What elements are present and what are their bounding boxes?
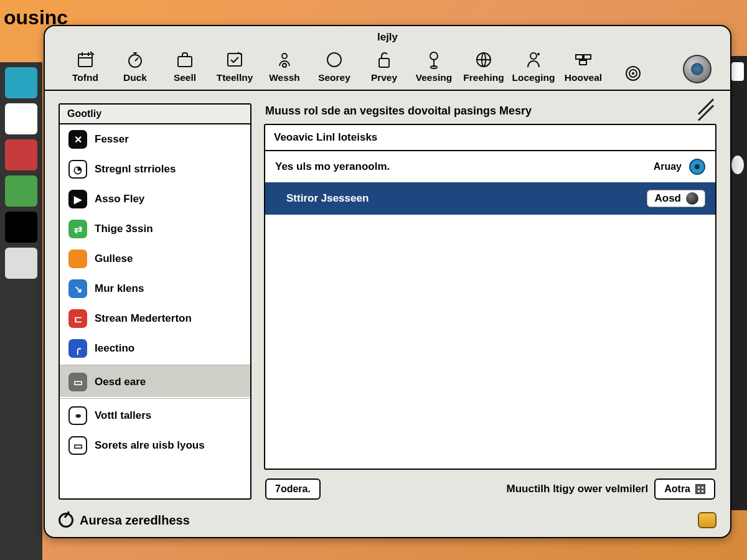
toolbar-circle[interactable]: Seorey [312, 50, 356, 83]
toggle-indicator-icon[interactable] [689, 159, 705, 175]
sidebar-item-label: Asso Fley [95, 193, 144, 205]
sidebar-item-label: Thige 3ssin [95, 223, 153, 235]
sidebar-item-label: Strean Mederterton [95, 312, 192, 325]
toolbar-label: Hooveal [565, 72, 602, 83]
toolbar-calendar[interactable]: Tofnd [63, 50, 107, 83]
toolbar-briefcase[interactable]: Seell [163, 50, 207, 83]
app-icon [68, 250, 87, 268]
app-icon: ⊏ [68, 309, 87, 328]
row-label: Yes uls mo yeranoolm. [275, 161, 646, 173]
svg-rect-7 [379, 58, 389, 67]
globe-icon [474, 50, 494, 70]
toolbar-label: Tteellny [217, 72, 253, 83]
svg-rect-2 [178, 57, 192, 67]
svg-rect-15 [580, 60, 586, 65]
row-pill-button[interactable]: Aosd [647, 190, 706, 207]
sidebar-item-7[interactable]: ╭Ieectino [60, 334, 250, 363]
sidebar-item-6[interactable]: ⊏Strean Mederterton [60, 304, 250, 334]
app-icon: ╭ [68, 339, 87, 358]
toolbar-label: Freehing [463, 72, 504, 83]
sidebar-item-label: Mur klens [95, 282, 144, 295]
main-heading: Muuss rol sde an vegsites dovoital pasin… [264, 103, 716, 124]
svg-point-5 [283, 63, 286, 67]
toolbar-bricks[interactable]: Hooveal [561, 50, 605, 83]
pin-icon [424, 50, 444, 70]
app-icon: ✕ [68, 130, 87, 149]
note-check-icon [225, 50, 245, 70]
svg-point-12 [537, 53, 540, 55]
svg-point-1 [129, 55, 141, 67]
toolbar-label: Veesing [416, 72, 453, 83]
svg-point-11 [530, 53, 537, 59]
sidebar-item-2[interactable]: ▶Asso Fley [60, 184, 250, 214]
window-title: lejly [45, 26, 730, 46]
coin-icon [698, 512, 716, 528]
svg-rect-3 [228, 54, 242, 66]
leaf-icon [59, 513, 73, 528]
sidebar-item-label: Stregnl strrioles [95, 163, 176, 175]
main-panel: Muuss rol sde an vegsites dovoital pasin… [264, 103, 716, 500]
toolbar-note-check[interactable]: Tteellny [213, 50, 256, 83]
sidebar-item-8[interactable]: ▭Oesd eare [60, 365, 250, 397]
toolbar-person-ring[interactable]: Wessh [263, 50, 306, 83]
app-icon: ⇄ [68, 220, 87, 238]
sidebar-header: Gootliy [60, 105, 250, 124]
sidebar: Gootliy ✕Fesser◔Stregnl strrioles▶Asso F… [59, 103, 251, 500]
toolbar-stopwatch[interactable]: Duck [113, 50, 157, 83]
person-dot-icon [524, 50, 543, 70]
sidebar-item-5[interactable]: ↘Mur klens [60, 274, 250, 304]
panel-footer: 7odera. Muuctilh ltigy ower velmilerl Ao… [264, 470, 716, 500]
target-icon [623, 63, 643, 83]
toolbar-label: Seorey [318, 72, 350, 83]
calendar-icon [75, 50, 95, 70]
status-text: Auresa zeredlhess [80, 513, 190, 528]
toolbar-target[interactable] [611, 63, 655, 83]
preferences-window: lejly TofndDuckSeellTteellnyWesshSeoreyP… [44, 25, 731, 538]
sidebar-item-label: Oesd eare [95, 376, 146, 388]
person-ring-icon [275, 50, 294, 70]
background-left-strip [0, 62, 42, 560]
setting-row-0[interactable]: Yes uls mo yeranoolm.Aruay [265, 151, 715, 182]
toolbar-label: Duck [123, 72, 147, 83]
footer-left-button[interactable]: 7odera. [265, 478, 321, 500]
toolbar: TofndDuckSeellTteellnyWesshSeoreyPrveyVe… [45, 46, 730, 91]
settings-panel: Veoavic Linl loteisks Yes uls mo yeranoo… [264, 124, 716, 470]
toolbar-label: Loceging [512, 72, 555, 83]
briefcase-icon [175, 50, 195, 70]
grid-icon [695, 484, 705, 494]
svg-rect-0 [78, 54, 92, 67]
app-icon: ▶ [68, 190, 87, 208]
app-icon: ▭ [68, 436, 87, 455]
sidebar-item-label: Sorets alre uisb lyous [95, 439, 205, 452]
toolbar-label: Tofnd [72, 72, 98, 83]
sidebar-item-3[interactable]: ⇄Thige 3ssin [60, 214, 250, 244]
footer-text: Muuctilh ltigy ower velmilerl [507, 483, 649, 495]
toolbar-label: Prvey [371, 72, 397, 83]
resize-grip-icon[interactable] [695, 101, 716, 122]
panel-header: Veoavic Linl loteisks [265, 125, 715, 151]
dot-icon [686, 192, 698, 205]
sidebar-list: ✕Fesser◔Stregnl strrioles▶Asso Fley⇄Thig… [60, 124, 250, 498]
sidebar-item-label: Vottl tallers [95, 409, 151, 422]
status-bar: Auresa zeredlhess [45, 507, 730, 537]
toolbar-pin[interactable]: Veesing [412, 50, 456, 83]
svg-rect-13 [576, 55, 583, 59]
circle-icon [324, 50, 344, 70]
svg-point-8 [430, 52, 438, 60]
setting-row-1[interactable]: Sttiror JsesseenAosd [265, 182, 715, 215]
app-icon: ◔ [68, 160, 87, 179]
sidebar-item-4[interactable]: Gullese [60, 244, 250, 274]
sidebar-item-1[interactable]: ◔Stregnl strrioles [60, 154, 250, 184]
sidebar-item-label: Ieectino [95, 342, 134, 355]
toolbar-globe[interactable]: Freehing [462, 50, 505, 83]
toolbar-person-dot[interactable]: Loceging [512, 50, 555, 83]
toolbar-label: Seell [174, 72, 196, 83]
app-icon: ⚭ [68, 406, 87, 425]
footer-right-button[interactable]: Aotra [654, 478, 715, 500]
sidebar-item-10[interactable]: ▭Sorets alre uisb lyous [60, 431, 250, 460]
svg-rect-14 [584, 55, 591, 59]
sidebar-item-9[interactable]: ⚭Vottl tallers [60, 398, 250, 431]
sidebar-item-0[interactable]: ✕Fesser [60, 124, 250, 154]
sphere-button[interactable] [683, 55, 712, 83]
toolbar-lock-open[interactable]: Prvey [362, 50, 406, 83]
